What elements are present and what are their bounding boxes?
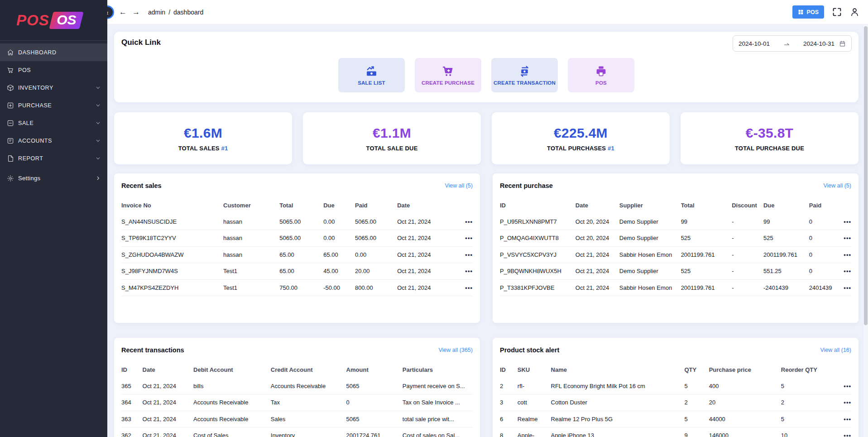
breadcrumb-admin[interactable]: admin — [148, 9, 165, 16]
cell: Tax — [271, 394, 346, 411]
recent-sales-view-all-link[interactable]: View all (5) — [445, 182, 473, 189]
product-stock-alert-view-all-link[interactable]: View all (16) — [820, 347, 851, 353]
stat-label: TOTAL SALE DUE — [366, 145, 417, 152]
row-actions-button[interactable]: ••• — [465, 284, 473, 291]
history-forward-button[interactable]: → — [129, 8, 143, 17]
cell: Accounts Receivable — [271, 378, 346, 394]
cart-plus-icon — [442, 65, 454, 77]
column-header: ID — [500, 197, 575, 213]
cell: 0.00 — [355, 246, 397, 263]
cell: hassan — [223, 246, 279, 263]
app-logo[interactable]: POS OS — [0, 0, 107, 41]
cell: cott — [518, 394, 551, 411]
cell: - — [732, 213, 763, 230]
row-actions-button[interactable]: ••• — [844, 284, 851, 291]
column-header: Due — [763, 197, 809, 213]
row-actions-button[interactable]: ••• — [844, 383, 851, 389]
history-back-button[interactable]: ← — [116, 8, 129, 17]
row-actions-button[interactable]: ••• — [465, 235, 473, 241]
row-actions-button[interactable]: ••• — [844, 218, 851, 225]
cell: 45.00 — [323, 263, 355, 280]
cell: 2 — [684, 394, 709, 411]
cell-actions: ••• — [837, 246, 851, 263]
cell: Accounts Receivable — [193, 411, 271, 427]
date-to-input[interactable]: 2024-10-31 — [803, 40, 834, 47]
row-actions-button[interactable]: ••• — [844, 235, 851, 241]
row-actions-button[interactable]: ••• — [465, 251, 473, 258]
cell: Payment receive on S... — [403, 378, 473, 394]
sidebar-item-dashboard[interactable]: DASHBOARD — [0, 43, 107, 61]
cell: total sale price wit... — [403, 411, 473, 427]
column-header: Invoice No — [121, 197, 223, 213]
cell: 10 — [781, 427, 834, 437]
row-actions-button[interactable]: ••• — [844, 399, 851, 406]
logo-pos-text: POS — [16, 12, 49, 29]
column-header: Due — [323, 197, 355, 213]
row-actions-button[interactable]: ••• — [844, 251, 851, 258]
row-actions-button[interactable]: ••• — [465, 268, 473, 274]
row-actions-button[interactable]: ••• — [465, 218, 473, 225]
sidebar-item-sale[interactable]: SALE — [0, 114, 107, 132]
column-header: Particulars — [403, 361, 473, 378]
column-header-actions — [837, 197, 851, 213]
recent-transactions-view-all-link[interactable]: View all (365) — [438, 347, 473, 353]
cell: Cotton Duster — [551, 394, 685, 411]
quick-link-create-purchase[interactable]: CREATE PURCHASE — [415, 58, 481, 92]
grid-icon — [798, 9, 804, 15]
date-range-picker[interactable]: 2024-10-01 2024-10-31 — [733, 35, 852, 52]
cell: 0 — [809, 246, 837, 263]
cell: Oct 21, 2024 — [575, 263, 619, 280]
cell: 5065.00 — [279, 230, 323, 247]
table-row: 362Oct 21, 2024Cost of SalesInventory200… — [121, 427, 473, 437]
table-row: P_9BQWNKH8WUX5HOct 21, 2024Demo Supplier… — [500, 263, 851, 280]
stat-link[interactable]: #1 — [221, 145, 228, 152]
chevron-down-icon — [95, 102, 101, 108]
row-actions-button[interactable]: ••• — [844, 268, 851, 274]
quick-link-pos[interactable]: POS — [568, 58, 634, 92]
stat-card-2: €225.4MTOTAL PURCHASES #1 — [492, 112, 670, 164]
column-header: SKU — [518, 361, 551, 378]
quick-link-sale-list[interactable]: SALE LIST — [338, 58, 405, 92]
cell: 5 — [781, 378, 834, 394]
scrollbar-thumb[interactable] — [864, 26, 868, 325]
stat-link[interactable]: #1 — [608, 145, 614, 152]
cell: 44000 — [709, 411, 781, 427]
cell: 5 — [684, 411, 709, 427]
breadcrumb-dashboard[interactable]: dashboard — [173, 9, 203, 16]
column-header-actions — [450, 197, 473, 213]
sidebar-nav: DASHBOARDPOSINVENTORYPURCHASESALEACCOUNT… — [0, 41, 107, 187]
cell: 5065.00 — [355, 230, 397, 247]
column-header: Name — [551, 361, 685, 378]
recent-sales-title: Recent sales — [121, 182, 162, 189]
cell: hassan — [223, 213, 279, 230]
stat-label: TOTAL SALES #1 — [178, 145, 228, 152]
sidebar-item-accounts[interactable]: ACCOUNTS — [0, 132, 107, 149]
user-menu-button[interactable] — [850, 7, 859, 17]
sidebar-item-report[interactable]: REPORT — [0, 149, 107, 167]
pos-mode-button[interactable]: POS — [792, 5, 824, 19]
sidebar-item-purchase[interactable]: PURCHASE — [0, 96, 107, 114]
cell: 2001724.761 — [346, 427, 403, 437]
stat-value: €225.4M — [554, 125, 608, 141]
cell: -2401439 — [763, 279, 809, 296]
stat-value: €1.1M — [373, 125, 411, 141]
recent-transactions-table: IDDateDebit AccountCredit AccountAmountP… — [121, 361, 473, 437]
cell: Test1 — [223, 279, 279, 296]
cell: 0 — [809, 230, 837, 247]
sidebar-item-settings[interactable]: Settings — [0, 169, 107, 187]
sidebar-item-inventory[interactable]: INVENTORY — [0, 79, 107, 96]
cell: 0.00 — [323, 230, 355, 247]
cell: Sabbir Hosen Emon — [619, 246, 681, 263]
date-from-input[interactable]: 2024-10-01 — [739, 40, 770, 47]
quick-link-create-transaction[interactable]: CREATE TRANSACTION — [491, 58, 558, 92]
cell: Oct 21, 2024 — [575, 279, 619, 296]
table-row: 363Oct 21, 2024Accounts ReceivableSales5… — [121, 411, 473, 427]
row-actions-button[interactable]: ••• — [844, 432, 851, 437]
recent-purchase-view-all-link[interactable]: View all (5) — [823, 182, 851, 189]
home-icon — [6, 48, 14, 56]
sidebar-item-pos[interactable]: POS — [0, 61, 107, 79]
row-actions-button[interactable]: ••• — [844, 416, 851, 423]
cell: 2401439 — [809, 279, 837, 296]
fullscreen-button[interactable] — [832, 7, 842, 17]
stat-label: TOTAL PURCHASES #1 — [547, 145, 614, 152]
